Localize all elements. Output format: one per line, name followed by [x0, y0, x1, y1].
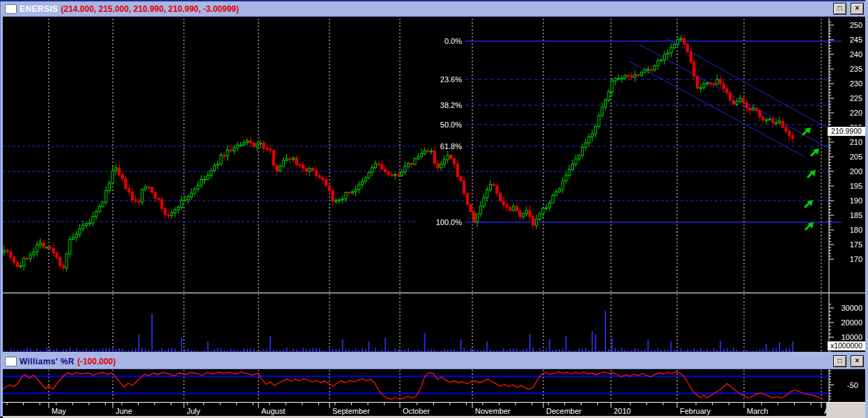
- window-frame-right: [865, 0, 868, 418]
- fib-label: 0.0%: [444, 37, 462, 45]
- svg-text:205: 205: [850, 153, 862, 161]
- svg-text:February: February: [680, 407, 711, 415]
- window-menu-icon[interactable]: [5, 357, 17, 366]
- svg-text:185: 185: [850, 211, 862, 219]
- svg-text:September: September: [332, 407, 370, 415]
- svg-text:250: 250: [850, 21, 862, 29]
- svg-text:225: 225: [850, 94, 862, 102]
- pane-separator: [3, 293, 865, 293]
- indicator-title: Williams' %R: [20, 357, 75, 366]
- svg-text:235: 235: [850, 65, 862, 73]
- time-axis[interactable]: MayJuneJulyAugustSeptemberOctoberNovembe…: [3, 402, 826, 416]
- fib-label: 23.6%: [440, 75, 462, 84]
- svg-text:October: October: [403, 407, 430, 415]
- price-chart-plot[interactable]: 0.0%23.6%38.2%50.0%61.8%100.0%: [3, 17, 826, 352]
- svg-text:195: 195: [850, 182, 862, 190]
- fib-label: 61.8%: [440, 142, 462, 150]
- svg-text:240: 240: [850, 50, 862, 59]
- svg-text:August: August: [261, 407, 285, 415]
- metastock-workspace: ENERSIS (214.000, 215.000, 210.990, 210.…: [0, 0, 868, 418]
- svg-text:-50: -50: [847, 381, 858, 389]
- svg-text:March: March: [747, 407, 768, 415]
- fib-label: 50.0%: [440, 121, 462, 129]
- indicator-window-titlebar[interactable]: Williams' %R (-100.000) □ ×: [3, 354, 865, 369]
- svg-text:180: 180: [850, 226, 862, 234]
- volume-multiplier-tag: x1000000: [827, 341, 866, 351]
- svg-text:20000: 20000: [841, 318, 862, 327]
- indicator-axis[interactable]: -50: [826, 369, 865, 402]
- svg-text:November: November: [475, 407, 511, 415]
- svg-text:175: 175: [850, 240, 862, 249]
- svg-text:230: 230: [850, 79, 862, 88]
- svg-text:200: 200: [850, 167, 862, 176]
- ohlc-values: (214.000, 215.000, 210.990, 210.990, -3.…: [61, 4, 239, 14]
- buy-arrow-icon: [803, 127, 811, 135]
- last-price-tag: 210.9900: [827, 126, 866, 137]
- svg-text:210: 210: [850, 138, 862, 146]
- svg-text:245: 245: [850, 36, 862, 44]
- svg-text:220: 220: [850, 109, 862, 117]
- price-window-titlebar[interactable]: ENERSIS (214.000, 215.000, 210.990, 210.…: [3, 1, 865, 17]
- buy-arrow-icon: [805, 222, 814, 230]
- fib-label: 38.2%: [440, 101, 462, 109]
- window-menu-icon[interactable]: [5, 4, 17, 14]
- close-button[interactable]: ×: [851, 355, 864, 367]
- svg-text:May: May: [52, 407, 66, 415]
- svg-text:170: 170: [850, 255, 862, 263]
- price-axis[interactable]: 1701751801851901952002052102152202252302…: [826, 17, 865, 352]
- svg-text:December: December: [546, 407, 582, 415]
- buy-arrow-icon: [805, 200, 813, 208]
- svg-text:30000: 30000: [841, 304, 862, 312]
- svg-text:June: June: [116, 407, 132, 415]
- close-button[interactable]: ×: [851, 3, 864, 15]
- svg-text:2010: 2010: [614, 407, 630, 415]
- svg-text:190: 190: [850, 196, 862, 205]
- buy-arrow-icon: [811, 148, 819, 156]
- svg-text:July: July: [187, 407, 201, 415]
- fib-label: 100.0%: [436, 218, 463, 226]
- maximize-button[interactable]: □: [833, 355, 846, 367]
- maximize-button[interactable]: □: [833, 3, 846, 15]
- indicator-plot[interactable]: [3, 369, 826, 402]
- symbol-title: ENERSIS: [20, 4, 58, 14]
- svg-text:April: April: [824, 407, 826, 415]
- indicator-value: (-100.000): [77, 357, 116, 366]
